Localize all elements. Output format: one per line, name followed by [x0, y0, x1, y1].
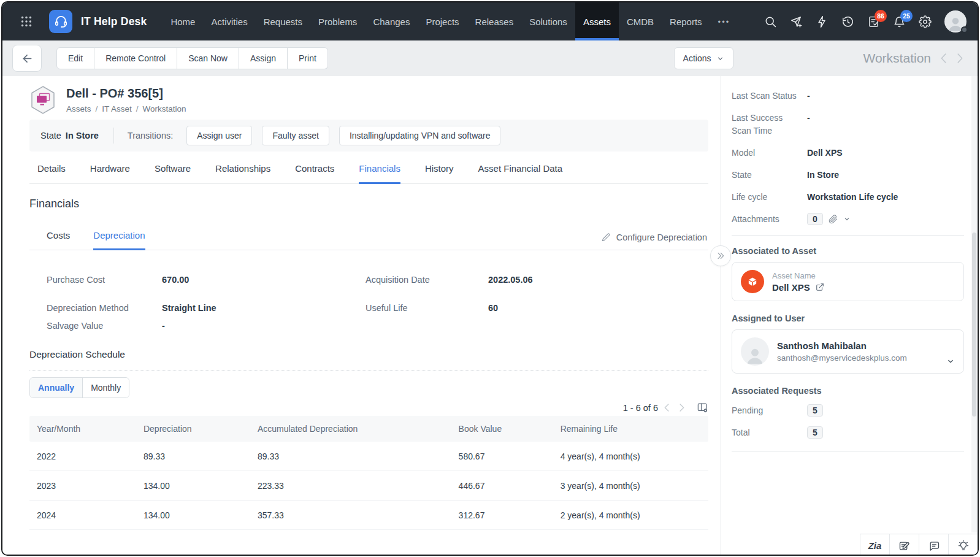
tab-financials[interactable]: Financials [359, 155, 400, 184]
note-edit-icon[interactable] [889, 534, 919, 556]
cell-depreciation: 134.00 [144, 510, 258, 520]
scrollbar-track[interactable] [971, 76, 977, 532]
gear-icon[interactable] [919, 15, 932, 28]
nav-item-reports[interactable]: Reports [662, 2, 710, 40]
back-button[interactable] [12, 45, 42, 72]
history-icon[interactable] [841, 15, 854, 28]
sidebar-field-attachments: Attachments 0 [732, 213, 964, 226]
footer-dock: Zia [860, 534, 978, 556]
nav-item-cmdb[interactable]: CMDB [619, 2, 662, 40]
total-count-badge[interactable]: 5 [807, 426, 823, 439]
nav-item-assets[interactable]: Assets [575, 2, 619, 40]
tasks-icon[interactable]: 86 [867, 15, 880, 28]
nav-item-releases[interactable]: Releases [467, 2, 522, 40]
col-year-month: Year/Month [29, 424, 144, 434]
chevron-down-icon[interactable] [843, 215, 851, 223]
lightning-icon[interactable] [816, 15, 829, 28]
attachments-label: Attachments [732, 213, 799, 226]
asset-toolbar: Edit Remote Control Scan Now Assign Prin… [2, 40, 978, 76]
zia-icon[interactable]: Zia [860, 534, 889, 556]
transition-assign-user-button[interactable]: Assign user [186, 126, 252, 145]
breadcrumb-workstation[interactable]: Workstation [132, 104, 186, 113]
previous-record-button[interactable] [937, 52, 951, 65]
tab-history[interactable]: History [425, 155, 454, 184]
depreciation-method-label: Depreciation Method [47, 303, 162, 313]
configure-depreciation-label: Configure Depreciation [616, 232, 707, 242]
monthly-toggle[interactable]: Monthly [83, 378, 129, 398]
collapse-panel-button[interactable] [710, 245, 731, 266]
asset-title: Dell - PO# 356[5] [66, 86, 186, 101]
headset-logo-icon[interactable] [49, 10, 72, 33]
paperclip-icon[interactable] [829, 215, 838, 224]
print-button[interactable]: Print [288, 47, 328, 69]
nav-item-problems[interactable]: Problems [310, 2, 365, 40]
nav-item-requests[interactable]: Requests [256, 2, 310, 40]
configure-depreciation-button[interactable]: Configure Depreciation [601, 232, 708, 250]
purchase-cost-label: Purchase Cost [47, 275, 162, 285]
breadcrumb-assets[interactable]: Assets [66, 104, 91, 113]
useful-life-value: 60 [488, 303, 708, 313]
financials-subtabs: Costs Depreciation Configure Depreciatio… [29, 224, 708, 250]
pending-label: Pending [732, 404, 799, 417]
double-chevron-right-icon [716, 251, 725, 261]
nav-item-home[interactable]: Home [163, 2, 203, 40]
nav-more-button[interactable]: ••• [710, 2, 738, 40]
annually-toggle[interactable]: Annually [30, 378, 83, 398]
assigned-to-user-heading: Assigned to User [732, 313, 964, 323]
nav-item-changes[interactable]: Changes [365, 2, 418, 40]
column-chooser-icon[interactable] [697, 402, 708, 413]
tab-hardware[interactable]: Hardware [90, 155, 130, 184]
details-sidebar: Last Scan Status - Last Success Scan Tim… [721, 76, 978, 556]
tab-relationships[interactable]: Relationships [215, 155, 270, 184]
next-record-button[interactable] [953, 52, 967, 65]
edit-button[interactable]: Edit [56, 47, 94, 69]
nav-item-solutions[interactable]: Solutions [521, 2, 575, 40]
associated-asset-card[interactable]: Asset Name Dell XPS [732, 262, 964, 301]
workstation-hexagon-icon [29, 85, 56, 115]
assign-button[interactable]: Assign [239, 47, 288, 69]
chevron-down-icon[interactable] [946, 357, 955, 366]
breadcrumb-it-asset[interactable]: IT Asset [91, 104, 132, 113]
product-title: IT Help Desk [81, 15, 147, 28]
assigned-user-card[interactable]: Santhosh Mahibalan santhosh@myservicedes… [732, 329, 964, 374]
col-accumulated-depreciation: Accumulated Depreciation [258, 424, 459, 434]
comment-icon[interactable] [919, 534, 948, 556]
status-dot [961, 26, 968, 33]
scan-now-button[interactable]: Scan Now [177, 47, 239, 69]
cell-year: 2024 [29, 510, 144, 520]
quick-add-icon[interactable] [790, 15, 803, 28]
apps-grid-icon[interactable] [20, 15, 33, 28]
tab-software[interactable]: Software [155, 155, 191, 184]
subtab-depreciation[interactable]: Depreciation [93, 224, 145, 250]
subtab-costs[interactable]: Costs [47, 224, 70, 250]
pending-count-badge[interactable]: 5 [807, 404, 823, 417]
asset-name-value[interactable]: Dell XPS [772, 282, 810, 293]
last-success-scan-time-value: - [807, 112, 964, 125]
cell-book-value: 580.67 [459, 451, 561, 461]
toolbar-right: Actions Workstation [674, 47, 967, 69]
search-icon[interactable] [764, 15, 777, 28]
notifications-bell-icon[interactable]: 25 [893, 15, 906, 28]
actions-dropdown[interactable]: Actions [674, 47, 733, 69]
lightbulb-icon[interactable] [948, 534, 978, 556]
remote-control-button[interactable]: Remote Control [94, 47, 177, 69]
total-requests-row: Total 5 [732, 426, 964, 439]
attachments-count[interactable]: 0 [807, 213, 823, 225]
main-content: Dell - PO# 356[5] Assets IT Asset Workst… [2, 76, 721, 556]
breadcrumb: Assets IT Asset Workstation [66, 104, 186, 113]
cell-remaining-life: 2 year(s), 4 month(s) [561, 510, 708, 520]
pagination-next-button[interactable] [676, 402, 687, 413]
salvage-value-value: - [162, 321, 366, 331]
nav-item-activities[interactable]: Activities [203, 2, 255, 40]
nav-item-projects[interactable]: Projects [418, 2, 467, 40]
tab-asset-financial-data[interactable]: Asset Financial Data [478, 155, 563, 184]
pagination-previous-button[interactable] [661, 402, 673, 413]
external-link-icon[interactable] [816, 283, 824, 291]
user-avatar[interactable] [944, 10, 967, 33]
tab-contracts[interactable]: Contracts [295, 155, 334, 184]
transition-faulty-asset-button[interactable]: Faulty asset [262, 126, 329, 145]
tab-details[interactable]: Details [37, 155, 66, 184]
module-label: Workstation [863, 51, 932, 66]
transition-vpn-software-button[interactable]: Installing/updating VPN and software [339, 126, 501, 145]
scrollbar-thumb[interactable] [972, 232, 976, 417]
